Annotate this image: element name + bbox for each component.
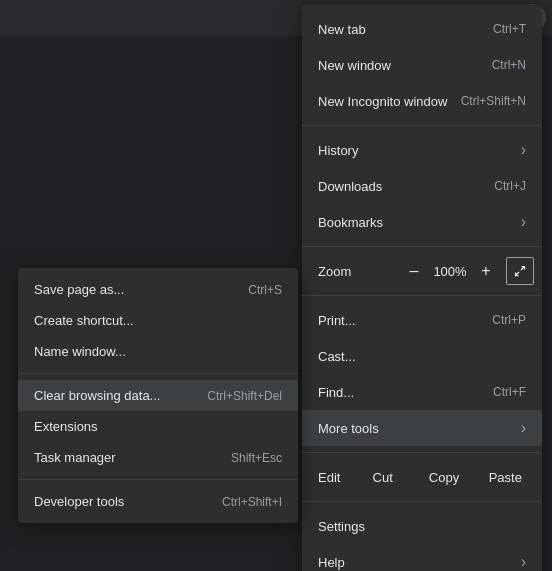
- more-tools-arrow: ›: [521, 419, 526, 437]
- menu-new-tab[interactable]: New tab Ctrl+T: [302, 11, 542, 47]
- submenu-name-window[interactable]: Name window...: [18, 336, 298, 367]
- paste-button[interactable]: Paste: [477, 463, 534, 491]
- name-window-label: Name window...: [34, 344, 126, 359]
- submenu-divider-1: [18, 373, 298, 374]
- menu-print[interactable]: Print... Ctrl+P: [302, 302, 542, 338]
- menu-cast[interactable]: Cast...: [302, 338, 542, 374]
- menu-divider-1: [302, 125, 542, 126]
- clear-browsing-shortcut: Ctrl+Shift+Del: [207, 389, 282, 403]
- save-page-label: Save page as...: [34, 282, 124, 297]
- zoom-fullscreen-button[interactable]: [506, 257, 534, 285]
- menu-more-tools[interactable]: More tools ›: [302, 410, 542, 446]
- main-dropdown-menu: New tab Ctrl+T New window Ctrl+N New Inc…: [302, 5, 542, 571]
- cut-button[interactable]: Cut: [354, 463, 411, 491]
- menu-help[interactable]: Help ›: [302, 544, 542, 571]
- new-window-label: New window: [318, 58, 391, 73]
- new-tab-label: New tab: [318, 22, 366, 37]
- copy-button[interactable]: Copy: [415, 463, 472, 491]
- submenu-task-manager[interactable]: Task manager Shift+Esc: [18, 442, 298, 473]
- bookmarks-label: Bookmarks: [318, 215, 383, 230]
- new-incognito-label: New Incognito window: [318, 94, 447, 109]
- menu-divider-5: [302, 501, 542, 502]
- submenu-clear-browsing[interactable]: Clear browsing data... Ctrl+Shift+Del: [18, 380, 298, 411]
- menu-new-window[interactable]: New window Ctrl+N: [302, 47, 542, 83]
- menu-zoom-row: Zoom – 100% +: [302, 253, 542, 289]
- more-tools-label: More tools: [318, 421, 379, 436]
- menu-settings[interactable]: Settings: [302, 508, 542, 544]
- bookmarks-arrow: ›: [521, 213, 526, 231]
- menu-find[interactable]: Find... Ctrl+F: [302, 374, 542, 410]
- developer-tools-shortcut: Ctrl+Shift+I: [222, 495, 282, 509]
- edit-label: Edit: [310, 470, 350, 485]
- menu-bookmarks[interactable]: Bookmarks ›: [302, 204, 542, 240]
- menu-new-incognito[interactable]: New Incognito window Ctrl+Shift+N: [302, 83, 542, 119]
- menu-history[interactable]: History ›: [302, 132, 542, 168]
- submenu-developer-tools[interactable]: Developer tools Ctrl+Shift+I: [18, 486, 298, 517]
- downloads-shortcut: Ctrl+J: [494, 179, 526, 193]
- new-tab-shortcut: Ctrl+T: [493, 22, 526, 36]
- task-manager-shortcut: Shift+Esc: [231, 451, 282, 465]
- find-shortcut: Ctrl+F: [493, 385, 526, 399]
- zoom-label: Zoom: [310, 264, 400, 279]
- new-window-shortcut: Ctrl+N: [492, 58, 526, 72]
- submenu-save-page[interactable]: Save page as... Ctrl+S: [18, 274, 298, 305]
- downloads-label: Downloads: [318, 179, 382, 194]
- cast-label: Cast...: [318, 349, 356, 364]
- settings-label: Settings: [318, 519, 365, 534]
- new-incognito-shortcut: Ctrl+Shift+N: [461, 94, 526, 108]
- print-label: Print...: [318, 313, 356, 328]
- menu-divider-3: [302, 295, 542, 296]
- history-arrow: ›: [521, 141, 526, 159]
- history-label: History: [318, 143, 358, 158]
- zoom-decrease-button[interactable]: –: [400, 257, 428, 285]
- menu-downloads[interactable]: Downloads Ctrl+J: [302, 168, 542, 204]
- save-page-shortcut: Ctrl+S: [248, 283, 282, 297]
- help-arrow: ›: [521, 553, 526, 571]
- menu-divider-2: [302, 246, 542, 247]
- submenu-extensions[interactable]: Extensions: [18, 411, 298, 442]
- task-manager-label: Task manager: [34, 450, 116, 465]
- zoom-value-display: 100%: [430, 264, 470, 279]
- menu-edit-row: Edit Cut Copy Paste: [302, 459, 542, 495]
- print-shortcut: Ctrl+P: [492, 313, 526, 327]
- submenu-divider-2: [18, 479, 298, 480]
- extensions-label: Extensions: [34, 419, 98, 434]
- clear-browsing-label: Clear browsing data...: [34, 388, 160, 403]
- submenu-create-shortcut[interactable]: Create shortcut...: [18, 305, 298, 336]
- find-label: Find...: [318, 385, 354, 400]
- menu-divider-4: [302, 452, 542, 453]
- help-label: Help: [318, 555, 345, 570]
- zoom-controls: – 100% +: [400, 257, 534, 285]
- developer-tools-label: Developer tools: [34, 494, 124, 509]
- create-shortcut-label: Create shortcut...: [34, 313, 134, 328]
- zoom-increase-button[interactable]: +: [472, 257, 500, 285]
- more-tools-submenu: Save page as... Ctrl+S Create shortcut..…: [18, 268, 298, 523]
